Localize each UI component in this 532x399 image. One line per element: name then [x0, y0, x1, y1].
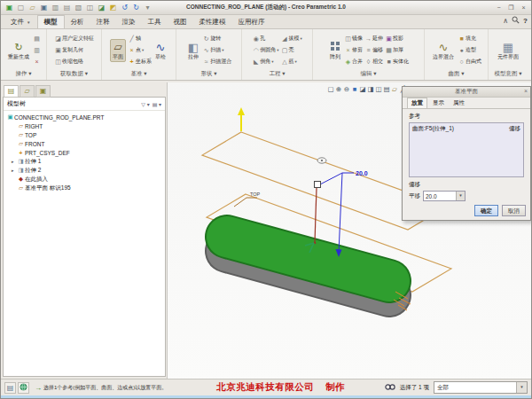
- copy-button[interactable]: ▤: [33, 33, 41, 44]
- help-icon[interactable]: ?: [523, 17, 528, 26]
- new-file-icon[interactable]: ▢: [16, 3, 26, 12]
- freestyle-button[interactable]: ○自由式: [458, 56, 481, 67]
- tab-model-tree[interactable]: ▤: [4, 85, 19, 98]
- tab-favorites[interactable]: ▣: [35, 85, 51, 98]
- extend-button[interactable]: →延伸: [364, 33, 383, 44]
- csys-button[interactable]: +坐标系: [128, 56, 152, 67]
- extrude-button[interactable]: ◧ 拉伸: [186, 40, 200, 61]
- panel-splitter[interactable]: [167, 82, 168, 380]
- undo-icon[interactable]: ↺: [120, 3, 129, 12]
- filter-dropdown-icon[interactable]: ▼: [516, 382, 527, 393]
- point-button[interactable]: ×点▾: [128, 44, 152, 56]
- copy-geometry-button[interactable]: ▣复制几何: [54, 44, 94, 56]
- hole-button[interactable]: ◉孔: [252, 33, 278, 44]
- dialog-tab-display[interactable]: 显示: [429, 98, 448, 108]
- qat-more-icon[interactable]: ▾: [143, 3, 153, 12]
- redo-icon[interactable]: ↻: [131, 3, 141, 12]
- minimize-icon[interactable]: −: [495, 4, 503, 12]
- close-icon[interactable]: ×: [520, 4, 528, 12]
- reference-constraint[interactable]: 偏移: [509, 125, 520, 133]
- section-view-icon[interactable]: ▤: [383, 84, 390, 94]
- tree-item-csys[interactable]: +PRT_CSYS_DEF: [4, 148, 165, 157]
- group-label-editing[interactable]: 编辑 ▾: [313, 70, 424, 80]
- tab-file[interactable]: 文件 ▼: [4, 16, 37, 28]
- group-label-model-intent[interactable]: 模型意图 ▾: [489, 70, 528, 80]
- save-icon[interactable]: ▣: [39, 3, 49, 12]
- offset-dimension-value[interactable]: 20.0: [356, 170, 368, 176]
- group-label-engineering[interactable]: 工程 ▾: [242, 70, 312, 80]
- merge-button[interactable]: ◈合并: [344, 56, 363, 67]
- thicken-button[interactable]: ▦加厚: [385, 44, 409, 56]
- component-interface-button[interactable]: ▦ 元件界面: [496, 40, 520, 61]
- tree-settings-icon[interactable]: ▤ ▾: [153, 101, 161, 107]
- zoom-in-icon[interactable]: ⊕: [335, 84, 342, 94]
- group-label-surfaces[interactable]: 曲面 ▾: [425, 70, 488, 80]
- drag-handle[interactable]: [315, 182, 321, 188]
- tab-view[interactable]: 视图: [168, 16, 193, 28]
- tree-item-new-datum-plane[interactable]: ▱基准平面 标识195: [4, 184, 165, 192]
- repaint-icon[interactable]: ■: [351, 84, 358, 94]
- folder-icon[interactable]: ◩: [108, 3, 118, 12]
- reference-row[interactable]: 曲面:F5(拉伸_1) 偏移: [412, 125, 520, 133]
- boundary-blend-button[interactable]: ∿ 边界混合: [431, 40, 456, 61]
- mirror-button[interactable]: ◫镜像: [344, 33, 363, 44]
- refit-icon[interactable]: ▢: [327, 84, 334, 94]
- udf-button[interactable]: ◪用户定义特征: [54, 33, 94, 44]
- rib-button[interactable]: △筋▾: [281, 56, 302, 67]
- round-button[interactable]: ◠倒圆角▾: [252, 44, 278, 56]
- translation-dropdown-icon[interactable]: ▼: [456, 192, 465, 200]
- dialog-tab-properties[interactable]: 属性: [450, 98, 468, 108]
- style-button[interactable]: ●造型: [458, 44, 481, 56]
- group-label-operations[interactable]: 操作 ▾: [1, 70, 46, 80]
- cancel-button[interactable]: 取消: [502, 205, 526, 216]
- tree-item-extrude-2[interactable]: ▸◨拉伸 2: [4, 166, 165, 175]
- find-icon[interactable]: [385, 383, 395, 392]
- dialog-close-icon[interactable]: ×: [524, 88, 528, 94]
- tab-model[interactable]: 模型: [37, 15, 65, 28]
- group-label-datum[interactable]: 基准 ▾: [102, 70, 176, 80]
- tab-annotate[interactable]: 注释: [90, 16, 116, 28]
- open-file-icon[interactable]: ▱: [27, 3, 37, 12]
- project-button[interactable]: ▣投影: [385, 33, 409, 44]
- shell-button[interactable]: ▢壳: [281, 44, 302, 56]
- browser-toggle-icon[interactable]: [18, 382, 29, 394]
- references-list[interactable]: 曲面:F5(拉伸_1) 偏移: [409, 122, 524, 177]
- dialog-tab-placement[interactable]: 放置: [407, 98, 427, 108]
- pattern-button[interactable]: 阵列: [328, 40, 342, 61]
- offset-button[interactable]: ≡偏移: [364, 44, 383, 56]
- selection-filter-dropdown[interactable]: 全部 ▼: [434, 381, 528, 394]
- tab-tools[interactable]: 工具: [142, 16, 168, 28]
- tab-analysis[interactable]: 分析: [65, 16, 90, 28]
- revolve-button[interactable]: ↻旋转: [202, 33, 231, 44]
- tab-render[interactable]: 渲染: [116, 16, 142, 28]
- tab-flexible-modeling[interactable]: 柔性建模: [193, 16, 232, 28]
- restore-icon[interactable]: ❐: [507, 4, 515, 12]
- saved-orientations-icon[interactable]: ◨: [367, 84, 374, 94]
- sketch-button[interactable]: ∿ 草绘: [153, 40, 168, 61]
- sweep-button[interactable]: ∿扫描▾: [202, 44, 231, 56]
- window-icon[interactable]: ◫: [85, 3, 95, 12]
- dialog-title-bar[interactable]: 基准平面 ×: [403, 87, 530, 98]
- paste-button[interactable]: ▥: [33, 44, 41, 56]
- solidify-button[interactable]: ■实体化: [385, 56, 409, 67]
- print-icon[interactable]: ▤: [62, 3, 72, 12]
- ok-button[interactable]: 确定: [474, 205, 498, 216]
- tree-item-top-plane[interactable]: ▱TOP: [4, 130, 165, 139]
- view-manager-icon[interactable]: ◫: [375, 84, 382, 94]
- axis-button[interactable]: ╱轴: [128, 33, 152, 44]
- tab-applications[interactable]: 应用程序: [232, 16, 271, 28]
- chamfer-button[interactable]: ◣倒角▾: [252, 56, 278, 67]
- minimize-ribbon-icon[interactable]: ∧: [503, 17, 508, 26]
- regenerate-quick-icon[interactable]: ◪: [97, 3, 106, 12]
- regenerate-button[interactable]: ↻ 重新生成: [6, 40, 31, 61]
- group-label-shapes[interactable]: 形状 ▾: [176, 70, 241, 80]
- tree-item-extrude-1[interactable]: ▸◨拉伸 1: [4, 157, 165, 166]
- top-datum-tag[interactable]: TOP: [250, 192, 261, 197]
- intersect-button[interactable]: ◊相交: [364, 56, 383, 67]
- tree-filter-icon[interactable]: ▽ ▾: [141, 101, 149, 107]
- plane-button[interactable]: ▱ 平面: [110, 39, 126, 62]
- tab-folder-browser[interactable]: ▱: [20, 85, 35, 98]
- swept-blend-button[interactable]: ≈扫描混合: [202, 56, 231, 67]
- group-label-get-data[interactable]: 获取数据 ▾: [47, 70, 101, 80]
- zoom-out-icon[interactable]: ⊖: [343, 84, 350, 94]
